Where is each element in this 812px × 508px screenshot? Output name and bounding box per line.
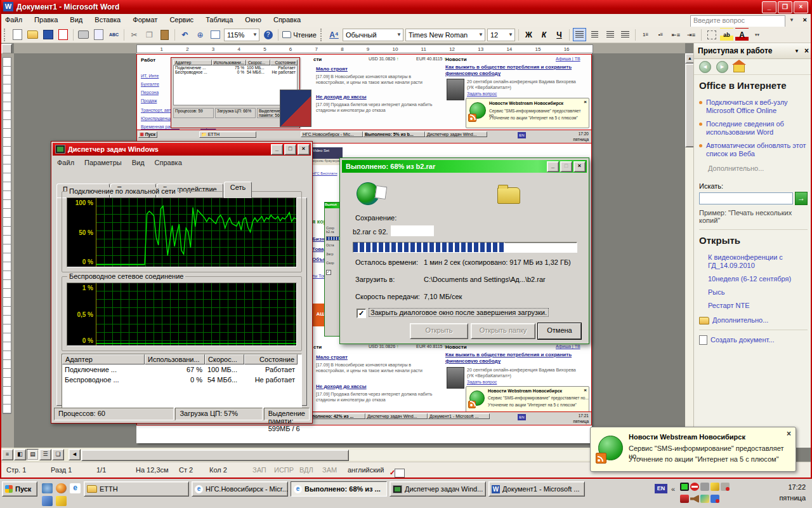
question-input[interactable]: Введите вопрос — [690, 15, 785, 28]
open-button[interactable]: Открыть — [410, 323, 468, 339]
hyperlink-icon[interactable]: ⊕ — [193, 28, 207, 41]
language-indicator[interactable]: EN — [655, 484, 667, 493]
taskbar-window-taskman[interactable]: Диспетчер задач Wind... — [390, 481, 486, 497]
search-input[interactable] — [699, 192, 793, 204]
display-settings-icon[interactable] — [700, 483, 709, 491]
taskbar-window-download[interactable]: e Выполнено: 68% из ... — [291, 481, 387, 497]
tab-stop-selector[interactable] — [1, 44, 12, 54]
taskman-menu-options[interactable]: Параметры — [80, 159, 126, 166]
menu-window[interactable]: Окно — [240, 14, 266, 23]
pane-dropdown-icon[interactable]: ▼ — [794, 48, 799, 54]
job-link[interactable]: Юриспруденция — [141, 116, 174, 121]
zoom-select[interactable]: 115%▼ — [224, 29, 259, 41]
start-button[interactable]: Пуск — [2, 481, 37, 497]
underline-button[interactable]: Ч — [553, 28, 566, 41]
quicklaunch-lightning-icon[interactable] — [56, 496, 67, 506]
embedded-window-button[interactable]: НГС.Новосибирск - Mic... — [301, 131, 363, 137]
news-link[interactable]: Не доходя до кассы — [316, 94, 367, 100]
minimize-button[interactable]: _ — [271, 144, 283, 155]
network-activity-icon[interactable] — [680, 483, 689, 491]
quicklaunch-sync-icon[interactable] — [42, 483, 53, 493]
status-flag[interactable]: ЗАМ — [322, 466, 337, 474]
job-link[interactable]: Продаж — [141, 98, 157, 103]
menu-format[interactable]: Формат — [128, 14, 162, 23]
recent-doc-link[interactable]: К видеоконференции с ГД_14.09.2010 — [708, 253, 808, 270]
menu-table[interactable]: Таблица — [200, 14, 238, 23]
undo-icon[interactable]: ↶ — [178, 28, 192, 41]
align-center-button[interactable] — [588, 28, 601, 41]
toolbar-grip2[interactable] — [320, 29, 324, 41]
spelling-icon[interactable]: ABC — [107, 28, 121, 41]
normal-view-button[interactable]: ≡ — [1, 449, 13, 460]
restore-button[interactable]: ❐ — [778, 1, 792, 13]
news-link[interactable]: Как выжить в обществе потребления и сохр… — [445, 352, 582, 364]
reading-mode-button[interactable]: Чтение — [282, 28, 317, 41]
paste-icon[interactable] — [158, 28, 171, 41]
increase-indent-icon[interactable]: ⇥≡ — [684, 28, 698, 41]
close-when-done-label[interactable]: Закрыть диалоговое окно после завершения… — [369, 309, 548, 316]
embedded-window-button[interactable]: Документ1 - Microsoft ... — [428, 413, 490, 419]
menu-help[interactable]: Справка — [268, 14, 306, 23]
minimize-button[interactable]: _ — [547, 161, 559, 172]
ask-question-link[interactable]: Задать вопрос — [467, 91, 497, 96]
outline-view-button[interactable]: ☰ — [39, 449, 51, 460]
taskman-menu-view[interactable]: Вид — [128, 159, 149, 166]
document-scrollbar[interactable]: ▲ ▼ — [685, 53, 693, 448]
horizontal-scrollbar[interactable] — [81, 450, 672, 460]
back-icon[interactable]: ◄ — [699, 61, 711, 73]
cancel-button[interactable]: Отмена — [538, 323, 581, 339]
job-link[interactable]: Бухгалте — [141, 82, 159, 86]
minimize-button[interactable]: _ — [762, 1, 776, 13]
quicklaunch-outlook-icon[interactable] — [42, 496, 53, 506]
taskman-menu-help[interactable]: Справка — [150, 159, 187, 166]
no-connection-icon[interactable] — [690, 483, 699, 491]
status-flag[interactable]: ИСПР — [274, 466, 294, 474]
font-select[interactable]: Times New Roman▼ — [405, 29, 485, 41]
status-flag[interactable]: ВДЛ — [299, 466, 313, 474]
menu-view[interactable]: Вид — [65, 14, 88, 23]
bullet-list-icon[interactable]: •≡ — [654, 28, 667, 41]
embedded-language-indicator[interactable]: EN — [518, 414, 526, 420]
menubar-close-icon[interactable]: × — [803, 16, 807, 23]
print-icon[interactable] — [77, 28, 90, 41]
quicklaunch-ie-icon[interactable]: e — [70, 483, 81, 493]
mini-col-header[interactable]: Использовани... — [212, 60, 246, 65]
align-left-button[interactable] — [573, 28, 586, 41]
embedded-start[interactable]: ⊞ Пуск — [138, 131, 157, 138]
status-language[interactable]: английский — [348, 466, 384, 474]
embedded-window-button[interactable]: Диспетчер задач Wind... — [425, 131, 487, 137]
close-icon[interactable]: × — [584, 387, 587, 393]
more-link[interactable]: Дополнительно... — [708, 164, 808, 172]
close-icon[interactable]: × — [787, 429, 791, 438]
power-meter-icon[interactable] — [710, 483, 719, 491]
scroll-left-icon[interactable]: ◄ — [69, 449, 81, 460]
afisha-tv-links[interactable]: Афиша | ТВ — [556, 344, 580, 349]
table-row[interactable]: Беспроводное ... 0 % 54 МБб... Не работа… — [62, 375, 301, 385]
question-dropdown-icon[interactable]: ▼ — [789, 17, 794, 23]
taskman-title-bar[interactable]: Диспетчер задач Windows _ □ × — [53, 143, 311, 156]
status-flag[interactable]: ЗАП — [252, 466, 266, 474]
font-color-icon[interactable]: А — [735, 28, 749, 41]
align-right-button[interactable] — [603, 28, 617, 41]
ask-question-link[interactable]: Задать вопрос — [467, 380, 497, 384]
embedded-language-indicator[interactable]: EN — [518, 132, 526, 138]
taskbar-window-word[interactable]: W Документ1 - Microsoft ... — [488, 481, 585, 497]
font-size-select[interactable]: 12▼ — [487, 29, 515, 41]
job-link[interactable]: Персона — [141, 90, 159, 95]
maximize-button[interactable]: □ — [284, 144, 296, 155]
notification-title[interactable]: Новости Webstream Новосибирск — [629, 433, 745, 441]
close-when-done-checkbox[interactable]: ✓ — [357, 309, 366, 318]
web-layout-button[interactable]: ◧ — [14, 449, 26, 460]
afisha-tv-links[interactable]: Афиша | ТВ — [556, 57, 580, 61]
tab-networking[interactable]: Сеть — [224, 182, 252, 198]
recent-doc-link[interactable]: Рестарт NTE — [708, 302, 808, 310]
safely-remove-icon[interactable] — [721, 483, 730, 491]
mini-col-header[interactable]: Состояние — [270, 60, 298, 65]
news-link[interactable]: Как выжить в обществе потребления и сохр… — [445, 64, 582, 77]
mini-col-header[interactable]: Скорос... — [246, 60, 270, 65]
menu-tools[interactable]: Сервис — [164, 14, 199, 23]
mini-col-header[interactable]: Адаптер — [173, 60, 212, 65]
close-button[interactable]: × — [794, 1, 808, 13]
decrease-indent-icon[interactable]: ⇤≡ — [669, 28, 683, 41]
volume-icon[interactable] — [690, 495, 699, 503]
